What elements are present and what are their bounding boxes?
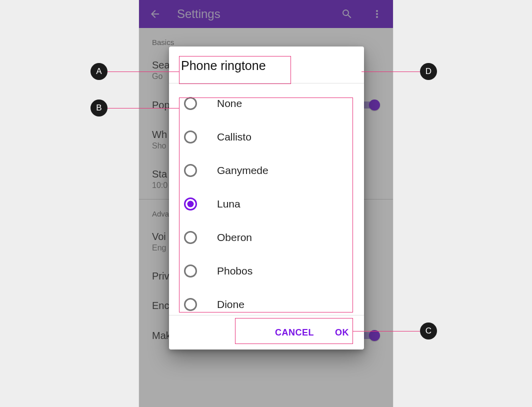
ringtone-option[interactable]: None: [169, 86, 364, 120]
option-label: Ganymede: [217, 164, 268, 176]
option-label: Dione: [217, 298, 244, 310]
annotation-badge-c: C: [420, 322, 437, 340]
radio-icon: [184, 264, 197, 278]
arrow-back-icon: [149, 8, 161, 20]
search-icon: [341, 8, 353, 20]
radio-icon: [184, 298, 197, 311]
option-label: Phobos: [217, 265, 252, 277]
annotation-badge-b: B: [90, 100, 108, 116]
radio-icon: [184, 130, 197, 144]
dialog-actions: CANCEL OK: [169, 316, 364, 350]
option-label: Luna: [217, 198, 240, 210]
ringtone-dialog: Phone ringtone NoneCallistoGanymedeLunaO…: [169, 46, 364, 350]
option-label: None: [217, 98, 242, 110]
radio-icon: [184, 231, 197, 244]
back-button[interactable]: [146, 5, 164, 23]
overflow-button[interactable]: [368, 5, 386, 23]
annotation-line: [108, 108, 179, 108]
annotation-badge-a: A: [90, 63, 108, 80]
ringtone-option[interactable]: Luna: [169, 187, 364, 220]
annotation-line: [108, 72, 179, 72]
dialog-options[interactable]: NoneCallistoGanymedeLunaOberonPhobosDion…: [169, 84, 364, 315]
option-label: Callisto: [217, 131, 252, 143]
ringtone-option[interactable]: Callisto: [169, 120, 364, 154]
appbar: Settings: [139, 0, 393, 28]
option-label: Oberon: [217, 232, 252, 244]
radio-icon: [184, 164, 197, 177]
annotation-line: [362, 72, 420, 72]
ok-button[interactable]: OK: [335, 328, 349, 338]
appbar-title: Settings: [177, 7, 338, 21]
cancel-button[interactable]: CANCEL: [275, 328, 314, 338]
radio-icon: [184, 97, 197, 110]
search-button[interactable]: [338, 5, 356, 23]
dialog-title: Phone ringtone: [181, 58, 352, 73]
ringtone-option[interactable]: Phobos: [169, 254, 364, 288]
ringtone-option[interactable]: Dione: [169, 288, 364, 315]
ringtone-option[interactable]: Oberon: [169, 220, 364, 254]
annotation-line: [353, 331, 420, 332]
more-vert-icon: [371, 8, 383, 20]
annotation-badge-d: D: [420, 63, 437, 80]
ringtone-option[interactable]: Ganymede: [169, 154, 364, 187]
radio-icon: [184, 198, 197, 210]
